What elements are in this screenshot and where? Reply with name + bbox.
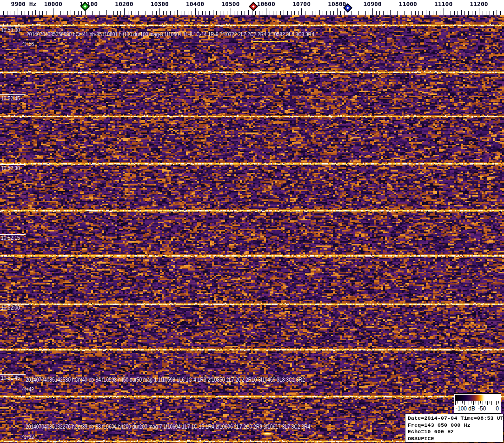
time-tick: [0, 164, 26, 165]
time-tick: [0, 304, 26, 304]
freq-tick-label: 11000: [399, 0, 417, 7]
annotation-time-offset: ^t+56: [22, 41, 34, 47]
frequency-ruler: 9900 Hz100001010010200103001040010500106…: [0, 0, 504, 15]
colorbar-gradient: [455, 395, 499, 401]
info-station: OBSUPICE: [408, 436, 503, 443]
annotation-time-offset: ^t+42: [22, 386, 34, 393]
info-echo: Echo=10 600 Hz: [408, 429, 503, 436]
time-label: 10:51:45: [1, 375, 20, 381]
freq-tick-label: 10500: [221, 0, 239, 7]
colorbar-ticks: [455, 401, 500, 405]
info-frequency: Freq=143 050 000 Hz: [408, 422, 503, 429]
annotation-detection: 20140704085132276 hCnt39 nb-83 f10604 hi…: [26, 423, 310, 430]
time-tick: [0, 374, 26, 375]
freq-tick-label: 10900: [363, 0, 381, 7]
time-label: 10:52:15: [1, 235, 20, 241]
colorbar-min-label: -100 dB: [456, 405, 475, 412]
colorbar: -100 dB -50 0: [454, 393, 501, 414]
colorbar-mid-label: -50: [478, 405, 486, 412]
annotation-time-offset: ^t+32: [22, 434, 34, 440]
freq-tick-label: 10700: [292, 0, 311, 7]
freq-tick-label: 10200: [115, 0, 133, 7]
freq-tick-label: 10000: [44, 0, 62, 7]
freq-tick-label: 10400: [186, 0, 204, 7]
info-date-time: Date=2014-07-04 Time=08:53 UTC: [408, 415, 503, 422]
info-box: Date=2014-07-04 Time=08:53 UTC Freq=143 …: [405, 414, 504, 443]
spectrogram-app-window: 9900 Hz100001010010200103001040010500106…: [0, 0, 504, 443]
freq-tick-label: 10300: [151, 0, 169, 7]
freq-tick-label: 11100: [434, 0, 452, 7]
time-tick: [0, 234, 26, 235]
time-label: 10:52:30: [1, 165, 20, 172]
freq-tick-label: 9900 Hz: [11, 0, 37, 7]
time-tick: [0, 94, 26, 95]
colorbar-max-label: 0: [496, 405, 499, 412]
freq-tick-label: 10800: [328, 0, 346, 7]
annotation-detection: 20140704085256680 hCnt41 nb-85 f10601 hi…: [27, 31, 314, 38]
time-label: 10:52:45: [1, 95, 20, 102]
freq-tick-label: 11200: [470, 0, 488, 7]
time-tick: [0, 26, 26, 26]
time-label: 10:53:00: [1, 27, 20, 33]
freq-tick-label: 10600: [257, 0, 275, 7]
annotation-detection: 20140704085142580 hCnt40 nb-84 f10598 hi…: [26, 377, 305, 383]
time-label: 10:52:00: [1, 304, 20, 311]
